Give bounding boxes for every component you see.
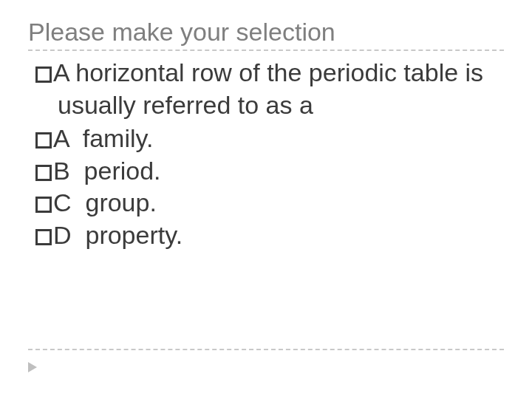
- question-text: A horizontal row of the periodic table i…: [35, 57, 504, 121]
- option-b[interactable]: B period.: [35, 155, 504, 188]
- svg-rect-3: [37, 198, 51, 212]
- option-text: family.: [83, 124, 154, 152]
- option-letter: A: [53, 124, 69, 152]
- option-letter: B: [53, 157, 70, 185]
- question-content: A horizontal row of the periodic table i…: [53, 58, 483, 119]
- option-a[interactable]: A family.: [35, 123, 504, 155]
- play-triangle-icon: [28, 362, 38, 372]
- content-body: A horizontal row of the periodic table i…: [28, 57, 504, 251]
- option-text: period.: [84, 157, 161, 185]
- svg-rect-2: [37, 166, 51, 180]
- bottom-divider: [28, 349, 504, 350]
- title-divider: [28, 50, 504, 51]
- option-d[interactable]: D property.: [35, 219, 504, 252]
- option-text: group.: [85, 188, 156, 216]
- slide: Please make your selection A horizontal …: [0, 0, 532, 399]
- checkbox-icon: [35, 165, 52, 181]
- option-letter: D: [53, 221, 72, 249]
- page-title: Please make your selection: [28, 18, 504, 47]
- bullet-box-icon: [35, 66, 52, 83]
- option-letter: C: [53, 188, 72, 216]
- option-text: property.: [85, 221, 183, 249]
- svg-marker-5: [28, 362, 37, 372]
- svg-rect-4: [37, 230, 51, 244]
- option-c[interactable]: C group.: [35, 187, 504, 219]
- checkbox-icon: [35, 197, 52, 213]
- svg-rect-0: [37, 68, 51, 82]
- checkbox-icon: [35, 229, 52, 245]
- checkbox-icon: [35, 132, 52, 149]
- svg-rect-1: [37, 134, 51, 148]
